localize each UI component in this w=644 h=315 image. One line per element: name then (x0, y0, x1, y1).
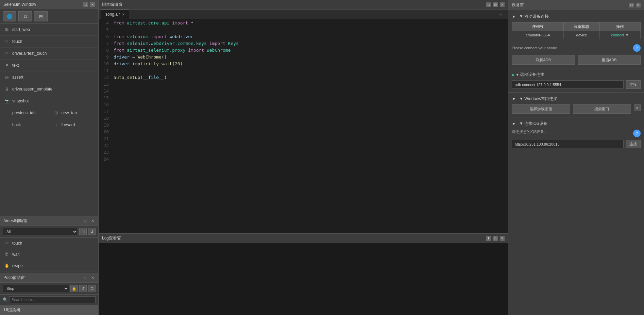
poco-title: Poco辅助窗 (3, 275, 25, 281)
code-content[interactable]: from airtest.core.api import * from sele… (112, 19, 508, 233)
selenium-item-driver-assert[interactable]: 🖥 driver.assert_template (0, 83, 98, 95)
poco-lock-btn[interactable]: 🔒 (70, 285, 78, 292)
device-panel-maximize-btn[interactable]: ⊡ (629, 3, 634, 7)
selenium-item-assert-label: assert (12, 75, 23, 80)
selenium-item-forward[interactable]: → forward (49, 119, 99, 131)
log-content (99, 243, 508, 315)
windows-extra-btn[interactable]: ≡ (634, 104, 641, 111)
remote-connect-btn[interactable]: 连接 (626, 80, 641, 89)
editor-close-btn[interactable]: ✕ (500, 2, 505, 7)
poco-tree-item[interactable]: UI渲染树 (0, 305, 98, 315)
poco-capture-btn[interactable]: ⊡ (88, 285, 96, 292)
selenium-item-snapshot-label: snapshot (12, 99, 29, 103)
airtest-close-btn[interactable]: ✕ (90, 219, 95, 223)
tab-close-btn[interactable]: ✕ (122, 13, 125, 16)
selenium-item-touch[interactable]: ☞ touch (0, 36, 98, 48)
selenium-item-snapshot[interactable]: 📷 snapshot (0, 95, 98, 107)
ios-section: ▼ ▼ 连接iOS设备 请连接您的iOS设备... ? 连接 (508, 117, 644, 152)
editor-maximize-btn[interactable]: ⊡ (493, 2, 498, 7)
poco-toolbar: Stop 🔒 ↺ ⊡ (0, 283, 98, 295)
search-icon: 🔍 (3, 297, 8, 302)
selenium-item-start-web[interactable]: ✉ start_web (0, 24, 98, 36)
selenium-tab-monitor[interactable]: 🖥 (18, 11, 32, 21)
ios-input-row: 连接 (512, 140, 641, 148)
device-row: emulator-5554 device connect ▼ (512, 31, 641, 39)
line-numbers: 4 5 6 7 8 9 10 11 12 13 14 15 16 17 18 1… (99, 19, 112, 233)
code-line-10: driver.implicitly_wait(20) (114, 61, 507, 67)
snapshot-icon: 📷 (4, 98, 10, 104)
selenium-window-close[interactable]: ✕ (90, 2, 95, 7)
select-game-btn[interactable]: 选择游戏画面 (512, 104, 570, 114)
device-table-header-action: 操作 (599, 22, 640, 31)
device-panel-titlebar: 设备窗 ⊡ ✕ (508, 0, 644, 10)
search-window-btn[interactable]: 搜索窗口 (573, 104, 631, 114)
airtest-filter-select[interactable]: All (3, 228, 78, 235)
editor-title: 脚本编辑窗 (102, 2, 122, 7)
selenium-tab-globe[interactable]: 🌐 (3, 11, 16, 21)
log-close-btn[interactable]: ✕ (500, 236, 505, 241)
remote-radio-icon: ● (512, 72, 514, 77)
airtest-wait-label: wait (12, 252, 19, 257)
ios-help-btn[interactable]: ? (633, 130, 641, 137)
airtest-minimize-btn[interactable]: □ (83, 219, 88, 223)
mobile-section-title: ▼ 移动设备连接 (519, 14, 549, 19)
poco-mode-select[interactable]: Stop (3, 285, 69, 292)
ios-section-title: ▼ 连接iOS设备 (519, 121, 547, 127)
device-panel-close-btn[interactable]: ✕ (636, 3, 641, 7)
device-connect-link[interactable]: connect (611, 33, 624, 37)
ios-triangle-icon: ▼ (512, 121, 516, 126)
selenium-tab-grid[interactable]: ⊞ (34, 11, 48, 21)
selenium-item-forward-label: forward (62, 122, 75, 127)
selenium-item-driver-assert-label: driver.assert_template (12, 87, 52, 92)
device-table-header-status: 设备状态 (564, 22, 600, 31)
back-icon: ← (4, 122, 10, 128)
airtest-item-wait[interactable]: ⏱ wait (0, 249, 98, 260)
poco-refresh-btn[interactable]: ↺ (79, 285, 87, 292)
airtest-item-swipe[interactable]: ✋ swipe (0, 260, 98, 271)
editor-tab-song[interactable]: song.air ✕ (101, 10, 129, 19)
selenium-item-new-tab[interactable]: ⊞ new_tab (49, 107, 99, 119)
device-connect-dropdown[interactable]: ▼ (625, 33, 629, 37)
restart-adb-btn[interactable]: 重启ADB (578, 55, 641, 65)
code-line-22 (114, 142, 507, 149)
ios-address-input[interactable] (512, 140, 624, 148)
airtest-capture-btn[interactable]: ⊡ (79, 228, 87, 235)
poco-close-btn[interactable]: ✕ (90, 276, 95, 280)
windows-triangle-icon: ▼ (512, 97, 516, 101)
editor-minimize-btn[interactable]: □ (486, 2, 491, 7)
refresh-adb-btn[interactable]: 刷新ADB (512, 55, 575, 65)
tab-label: song.air (105, 12, 120, 17)
mobile-triangle-icon: ▼ (512, 14, 516, 19)
mobile-help-btn[interactable]: ? (633, 44, 641, 52)
windows-section-header: ▼ ▼ Windows窗口连接 (512, 96, 641, 102)
airtest-touch-icon: ☞ (4, 241, 10, 246)
selenium-item-pair-prev-new: ← previous_tab ⊞ new_tab (0, 107, 98, 119)
remote-section-title: ● 远程设备连接 (516, 72, 544, 78)
tab-add-btn[interactable]: + (497, 10, 505, 19)
remote-adb-input[interactable] (512, 80, 624, 89)
code-editor: 4 5 6 7 8 9 10 11 12 13 14 15 16 17 18 1… (99, 19, 508, 233)
selenium-window-minimize[interactable]: □ (83, 2, 88, 7)
log-download-btn[interactable]: ⬇ (486, 236, 491, 241)
editor-titlebar: 脚本编辑窗 □ ⊡ ✕ (99, 0, 508, 10)
text-icon: ≡ (4, 63, 10, 68)
selenium-item-driver-airtest-touch[interactable]: ☞ driver.airtest_touch (0, 48, 98, 60)
selenium-item-previous-tab[interactable]: ← previous_tab (0, 107, 49, 119)
prev-tab-icon: ← (4, 110, 10, 116)
poco-minimize-btn[interactable]: □ (83, 276, 88, 280)
ios-connect-btn[interactable]: 连接 (626, 140, 641, 148)
device-serial: emulator-5554 (512, 31, 564, 39)
selenium-item-text[interactable]: ≡ text (0, 60, 98, 71)
code-line-19 (114, 122, 507, 129)
code-line-14 (114, 88, 507, 95)
log-minimize-btn[interactable]: □ (493, 236, 498, 241)
windows-section-title: ▼ Windows窗口连接 (519, 96, 557, 102)
assert-icon: ◎ (4, 74, 10, 80)
airtest-item-touch[interactable]: ☞ touch (0, 238, 98, 249)
selenium-item-back[interactable]: ← back (0, 119, 49, 131)
poco-titlebar: Poco辅助窗 □ ✕ (0, 273, 98, 283)
selenium-item-assert[interactable]: ◎ assert (0, 71, 98, 83)
poco-search-input[interactable] (9, 296, 96, 303)
airtest-refresh-btn[interactable]: ↺ (88, 228, 96, 235)
envelope-icon: ✉ (4, 27, 10, 32)
